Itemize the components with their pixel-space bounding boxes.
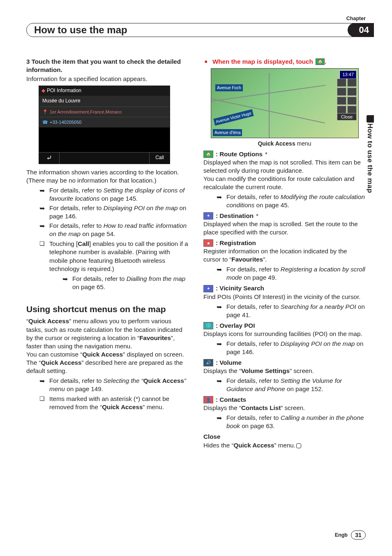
note-item: Items marked with an asterisk (*) cannot… [39,395,189,411]
side-section-label: How to use the map [366,123,374,193]
route-options-icon: 🏠 [203,151,213,158]
qa-desc: Find POIs (Points Of Interest) in the vi… [203,293,366,301]
action-bullet: When the map is displayed, touch 🏠. [203,58,366,66]
paragraph: You can customise “Quick Access” display… [26,350,189,375]
chapter-label: Chapter [346,16,366,21]
close-desc: Hides the “Quick Access” menu. [203,441,366,449]
qa-grid-icon[interactable] [337,106,346,114]
end-of-section-icon [296,443,301,448]
map-close-button[interactable]: Close [337,113,357,120]
qa-grid-icon[interactable] [337,79,346,87]
qa-title: : Destination [216,212,254,220]
quick-access-grid[interactable] [337,79,357,114]
call-button[interactable]: Call [149,153,170,164]
side-tab-marker [367,115,374,123]
qa-desc: Displays the “Volume Settings” screen. [203,367,366,375]
chapter-number-badge: 04 [348,23,374,37]
figure-caption: Quick Access menu [203,140,366,147]
map-figure: 13:47 Close Avenue Foch Avenue Victor Hu… [211,68,359,138]
qa-desc: Displays icons for surrounding facilitie… [203,330,366,338]
note-item: Touching [Call] enables you to call the … [39,240,189,291]
right-column: When the map is displayed, touch 🏠. 13:4… [203,58,366,449]
street-label: Avenue d'Iéna [213,129,242,136]
pin-icon: 📍 [42,109,48,115]
qa-grid-icon[interactable] [337,88,346,96]
qa-title: : Route Options [216,150,263,158]
page-number-badge: 31 [351,531,366,540]
vicinity-search-icon: ✦ [203,285,213,292]
qa-desc: Displays the “Contacts List” screen. [203,404,366,412]
ref-item: For details, refer to Searching for a ne… [217,303,366,319]
close-title: Close [203,433,366,441]
poi-phone: +33-140205050 [50,119,81,125]
paragraph: “Quick Access” menu allows you to perfor… [26,317,189,350]
ref-item: For details, refer to Displaying POI on … [39,204,189,220]
phone-icon: ☎ [42,119,48,125]
destination-icon: ✦ [203,212,213,220]
poi-address: 1er Arrondissement,France,Monaco [50,109,122,115]
volume-icon: 🔊 [203,359,213,366]
ref-item: For details, refer to How to read traffi… [39,222,189,238]
qa-grid-icon[interactable] [347,97,357,105]
ref-item: For details, refer to Registering a loca… [217,265,366,282]
step-heading: 3 Touch the item that you want to check … [26,58,189,74]
ref-item: For details, refer to Selecting the “Qui… [39,377,189,393]
asterisk: * [256,212,258,220]
qa-title: : Overlay POI [216,322,255,330]
step-body: Information for a specified location app… [26,75,189,83]
poi-info-figure: ◆POI Information Musée du Louvre 📍1er Ar… [39,86,170,164]
qa-desc: Displayed when the map is scrolled. Set … [203,220,366,236]
overlay-poi-icon: ⓘ [203,322,213,329]
asterisk: * [265,150,267,158]
back-button[interactable]: ⤶ [39,153,60,164]
registration-icon: ★ [203,239,213,247]
left-column: 3 Touch the item that you want to check … [26,58,189,449]
contacts-icon: 👤 [203,396,213,403]
qa-desc: Register information on the location ind… [203,247,366,264]
footer-lang: Engb [335,532,348,538]
qa-title: : Vicinity Search [216,284,264,292]
qa-grid-icon[interactable] [347,106,357,114]
quick-access-icon[interactable]: 🏠 [316,58,325,65]
qa-title: : Volume [216,359,242,367]
ref-item: For details, refer to Setting the displa… [39,186,189,203]
poi-name: Musée du Louvre [39,96,170,107]
qa-desc: You can modify the conditions for route … [203,175,366,191]
info-paragraph: The information shown varies according t… [26,168,189,185]
map-pin-icon: ◆ [42,88,45,94]
qa-grid-icon[interactable] [347,88,357,96]
qa-grid-icon[interactable] [347,79,357,87]
ref-item: For details, refer to Dialling from the … [62,275,189,291]
qa-title: : Registration [216,239,256,247]
page-title: How to use the map [26,23,362,37]
street-label: Avenue Victor Hugo [213,109,254,126]
ref-item: For details, refer to Modifying the rout… [217,193,366,209]
street-label: Avenue Foch [215,84,243,91]
ref-item: For details, refer to Setting the Volume… [217,377,366,393]
qa-grid-icon[interactable] [337,97,346,105]
poi-fig-title: POI Information [47,88,81,94]
section-heading: Using shortcut menus on the map [26,303,189,315]
ref-item: For details, refer to Calling a number i… [217,414,366,430]
qa-title: : Contacts [216,396,246,404]
qa-desc: Displayed when the map is not scrolled. … [203,158,366,175]
ref-item: For details, refer to Displaying POI on … [217,340,366,356]
map-time: 13:47 [339,70,357,79]
